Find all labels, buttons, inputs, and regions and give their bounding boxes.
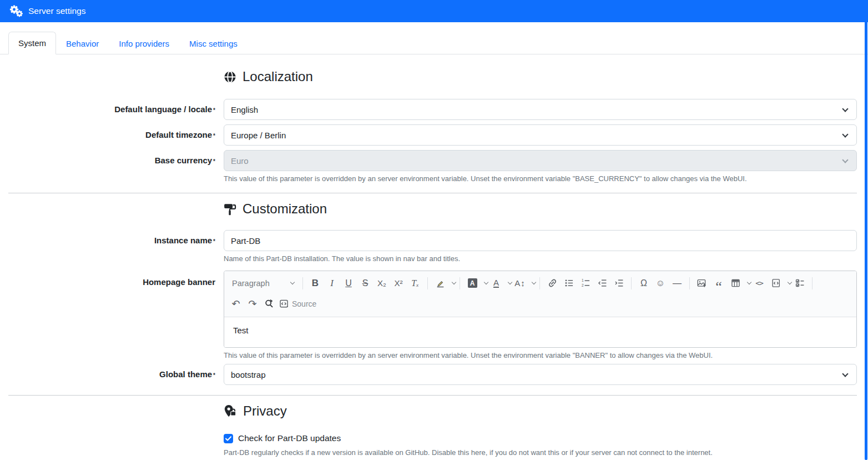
toolbar-separator [302,277,303,289]
update-check-label[interactable]: Check for Part-DB updates [238,433,341,443]
svg-text:2: 2 [582,283,584,287]
base-currency-value: Euro [231,156,249,166]
indent-icon[interactable] [610,274,627,292]
redo-icon[interactable]: ↷ [244,295,261,312]
base-currency-help: This value of this parameter is overridd… [224,174,857,183]
font-color-icon[interactable]: A [488,274,504,292]
instance-name-input[interactable] [224,230,857,251]
instance-name-help: Name of this Part-DB installation. The v… [224,254,857,263]
privacy-pin-lock-icon [224,404,237,418]
editor-toolbar: Paragraph B I U S X₂ X² Tₓ [224,271,856,317]
link-icon[interactable] [544,274,561,292]
tab-misc-settings[interactable]: Misc settings [179,32,248,54]
block-quote-icon[interactable]: “ [710,274,727,292]
required-marker: * [213,107,215,113]
homepage-banner-editor: Paragraph B I U S X₂ X² Tₓ [224,271,857,348]
label-global-theme: Global theme* [0,364,215,385]
toolbar-separator [427,277,428,289]
section-localization-title: Localization [243,69,313,84]
font-background-icon[interactable]: A [464,274,481,292]
special-characters-icon[interactable]: Ω [635,274,652,292]
highlight-icon[interactable] [432,274,448,292]
section-divider [8,193,857,193]
update-check-checkbox[interactable] [224,434,233,443]
subscript-icon[interactable]: X₂ [374,274,390,292]
find-replace-icon[interactable] [261,295,277,312]
label-homepage-banner: Homepage banner [0,271,215,359]
code-icon[interactable]: <> [751,274,768,292]
section-privacy-title: Privacy [243,403,287,419]
default-timezone-select[interactable]: Europe / Berlin [224,124,857,146]
label-default-timezone: Default timezone* [0,124,215,146]
strikethrough-icon[interactable]: S [357,274,374,292]
tab-system[interactable]: System [8,32,56,54]
emoji-icon[interactable]: ☺ [652,274,669,292]
numbered-list-icon[interactable]: 1 2 [577,274,594,292]
chevron-down-icon[interactable] [452,280,456,284]
default-timezone-value: Europe / Berlin [231,131,286,140]
horizontal-line-icon[interactable]: — [669,274,685,292]
default-language-select[interactable]: English [224,99,857,120]
globe-icon [224,71,236,83]
required-marker: * [213,372,215,378]
section-customization-title: Customization [243,201,327,217]
svg-text:1: 1 [582,278,584,282]
underline-icon[interactable]: U [340,274,357,292]
superscript-icon[interactable]: X² [390,274,407,292]
source-label: Source [292,299,316,308]
remove-format-icon[interactable]: Tₓ [407,274,423,292]
source-button[interactable]: Source [277,295,318,312]
bulleted-list-icon[interactable] [561,274,577,292]
tab-info-providers[interactable]: Info providers [109,32,179,54]
required-marker: * [213,158,215,164]
required-marker: * [213,238,215,244]
chevron-down-icon [842,157,848,163]
chevron-down-icon [290,280,295,284]
paragraph-dropdown[interactable]: Paragraph [228,274,299,292]
toolbar-separator [460,277,460,289]
section-localization-header: Localization [224,69,868,84]
homepage-banner-help: This value of this parameter is overridd… [224,351,857,359]
settings-tabs: System Behavior Info providers Misc sett… [0,32,868,54]
todo-list-icon[interactable] [791,274,808,292]
required-marker: * [213,133,215,139]
update-check-row: Check for Part-DB updates [224,433,868,443]
outdent-icon[interactable] [594,274,610,292]
label-default-language: Default language / locale* [0,99,215,120]
tab-behavior[interactable]: Behavior [56,32,109,54]
global-theme-value: bootstrap [231,370,266,379]
page-title: Server settings [28,6,85,16]
toolbar-separator [812,277,813,289]
section-customization-header: Customization [224,201,868,217]
default-language-value: English [231,105,258,114]
italic-icon[interactable]: I [324,274,340,292]
toolbar-separator [689,277,690,289]
section-divider [8,395,857,396]
chevron-down-icon[interactable] [532,280,536,284]
insert-table-icon[interactable] [727,274,744,292]
gears-icon [9,4,23,18]
insert-image-icon[interactable] [694,274,710,292]
bold-icon[interactable]: B [307,274,324,292]
base-currency-select: Euro [224,150,857,171]
global-theme-select[interactable]: bootstrap [224,364,857,385]
undo-icon[interactable]: ↶ [228,295,244,312]
label-instance-name: Instance name* [0,230,215,263]
toolbar-separator [539,277,540,289]
editor-content[interactable]: Test [224,317,856,347]
font-size-icon[interactable]: A↕ [512,274,528,292]
toolbar-separator [631,277,632,289]
app-header: Server settings [0,0,868,22]
section-privacy-header: Privacy [224,403,868,419]
update-check-help: Part-DB regularly checks if a new versio… [224,448,857,457]
paint-roller-icon [224,203,236,216]
code-block-icon[interactable] [768,274,784,292]
chevron-down-icon [842,131,848,137]
label-base-currency: Base currency* [0,150,215,183]
scrollbar[interactable] [865,0,867,460]
chevron-down-icon [842,371,848,377]
chevron-down-icon [842,106,848,112]
